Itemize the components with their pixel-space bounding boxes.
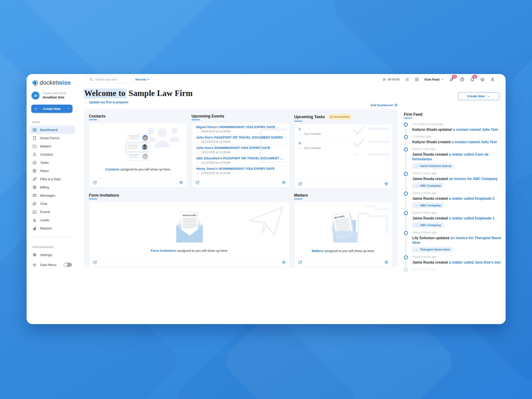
create-new-button[interactable]: + Create New <box>31 105 72 113</box>
create-new-button-top[interactable]: Create New <box>458 92 500 100</box>
upcoming-events-widget: Upcoming Events Miguel Perez's NONIMMIGR… <box>191 114 290 189</box>
event-link[interactable]: Miguel Perez's NONIMMIGRANT VISA EXPIRY … <box>196 125 285 129</box>
feed-object-link[interactable]: a matter called Jane Doe's son <box>449 260 500 264</box>
quick-add-icon[interactable] <box>415 77 419 82</box>
feed-object-link[interactable]: a matter called Empleado 2 <box>449 197 494 200</box>
external-link-icon[interactable] <box>298 182 302 186</box>
feed-entry-faded: About 2 hours ago <box>404 267 501 274</box>
form-invitations-widget: Form Invitations INVITATION <box>89 193 290 267</box>
feed-tag-label: ABC Company <box>420 204 441 207</box>
feed-tag-chip[interactable]: →Therapist Name Here <box>412 247 453 252</box>
upcoming-tasks-widget: Upcoming Tasks (2 Incomplete) 1 →Jay Exa… <box>294 114 393 189</box>
move-widget-icon[interactable] <box>384 260 389 265</box>
feed-tag-chip[interactable]: →ABC Company <box>412 203 443 208</box>
recents-dropdown[interactable]: Recents <box>135 78 149 81</box>
feed-tag-label: Carol Cisneros Garcia <box>420 164 451 168</box>
event-date: 09/09/2025 at 12:00AM <box>201 130 231 133</box>
profile-icon[interactable] <box>490 77 495 82</box>
sidebar-item-leads[interactable]: Leads <box>29 216 75 224</box>
feed-actor: Jaime Rueda created <box>412 197 448 200</box>
sidebar-item-notes[interactable]: Notes <box>29 167 75 175</box>
feed-tag-chip[interactable]: →Carol Cisneros Garcia <box>412 163 454 169</box>
matters-illustration: MATTERS <box>322 210 364 244</box>
feed-actor: Katlynn Shade updated <box>412 128 452 132</box>
sidebar-item-reports[interactable]: Reports <box>29 224 75 232</box>
move-widget-icon[interactable] <box>179 180 183 185</box>
whats-new-rocket-icon[interactable]: 33 <box>450 77 454 82</box>
timeline-dot <box>404 147 408 151</box>
user-profile: JD *YOUR USER ROLE* Jonathan Doe <box>32 92 78 100</box>
move-widget-icon[interactable] <box>282 180 286 185</box>
feed-object-link[interactable]: a contact named Julia Test <box>453 128 498 132</box>
calendar-icon <box>32 210 37 214</box>
event-link[interactable]: ABC Education's PASSPORT OR TRAVEL DOCUM… <box>196 157 285 160</box>
move-widget-icon[interactable] <box>282 260 286 265</box>
external-link-icon[interactable] <box>93 260 97 265</box>
sidebar-item-dashboard[interactable]: Dashboard <box>29 126 75 134</box>
edit-dashboard-link[interactable]: Edit Dashboard <box>84 103 398 107</box>
phone-ring-icon[interactable] <box>480 77 485 82</box>
sidebar-item-events[interactable]: Events <box>29 208 75 216</box>
event-link[interactable]: John Doe's PASSPORT OR TRAVEL DOCUMENT E… <box>196 136 285 139</box>
envelope-icon <box>32 193 37 198</box>
feed-entry: Less than a minute ago Katlynn Shade upd… <box>404 122 501 135</box>
notifications-bell-icon[interactable]: 15 <box>470 77 475 82</box>
widget-title: Form Invitations <box>89 193 290 198</box>
external-link-icon[interactable] <box>298 260 302 265</box>
event-row: Miguel Perez's NONIMMIGRANT VISA EXPIRY … <box>192 123 290 134</box>
timer-widget[interactable]: 00:00:00 <box>382 78 400 81</box>
title-underline <box>191 120 200 120</box>
feed-object-link[interactable]: a matter called Empleado 1 <box>449 216 494 220</box>
search-input[interactable]: Search your firm Recents <box>86 76 152 83</box>
flame-icon <box>32 218 37 222</box>
feed-timestamp: Less than a minute ago <box>412 122 501 126</box>
widget-title: Upcoming Tasks (2 Incomplete) <box>294 114 393 120</box>
arrow-icon: → <box>196 171 199 175</box>
event-row: ABC Education's PASSPORT OR TRAVEL DOCUM… <box>192 155 290 166</box>
contacts-link[interactable]: Contacts <box>105 167 120 171</box>
play-icon <box>382 78 386 81</box>
feed-selector-dropdown[interactable]: Firm Feed <box>424 78 444 81</box>
arrow-icon: → <box>196 140 199 143</box>
dark-menu-toggle[interactable] <box>64 263 72 267</box>
feed-tag-chip[interactable]: →ABC Company <box>412 222 443 228</box>
matters-link[interactable]: Matters <box>312 249 323 253</box>
task-link[interactable]: 5 <box>299 141 388 145</box>
help-icon[interactable] <box>460 77 464 82</box>
form-invitations-link[interactable]: Form invitations <box>151 249 177 253</box>
feed-object-link[interactable]: a contact named Julia Test <box>452 140 497 144</box>
external-link-icon[interactable] <box>196 180 200 185</box>
event-link[interactable]: Henry Jones's NONIMMIGRANT VISA EXPIRY D… <box>196 167 285 171</box>
widget-footer <box>192 177 290 187</box>
task-list-icon[interactable] <box>405 77 409 82</box>
move-widget-icon[interactable] <box>384 182 389 186</box>
timeline-dot <box>404 135 408 139</box>
sidebar-nav: Dashboard Smart Forms Matters Contacts T… <box>27 126 78 232</box>
sidebar-item-matters[interactable]: Matters <box>29 142 75 150</box>
external-link-icon[interactable] <box>93 180 97 185</box>
sidebar-item-smart-forms[interactable]: Smart Forms <box>29 134 75 142</box>
sidebar-item-tasks[interactable]: Tasks <box>29 158 75 167</box>
title-underline <box>404 118 412 118</box>
timeline-dot <box>404 255 408 259</box>
feed-object-link[interactable]: an invoice for ABC Company <box>449 177 498 181</box>
feed-actor: Jaime Rueda created <box>412 216 448 220</box>
feed-entry: 2 minutes ago Katlynn Shade createda con… <box>404 135 501 147</box>
sidebar-item-messages[interactable]: Messages <box>29 191 75 200</box>
check-circle-icon <box>32 160 37 165</box>
sidebar-item-chat[interactable]: Chat <box>29 200 75 208</box>
sidebar-item-contacts[interactable]: Contacts <box>29 150 75 158</box>
avatar: JD <box>32 92 39 100</box>
sidebar-item-billing[interactable]: Billing <box>29 183 75 191</box>
feed-tag-chip[interactable]: →ABC Company <box>412 183 443 188</box>
dashboard-widgets-panel: Contacts <box>84 109 398 267</box>
event-link[interactable]: John Doe's NONIMMIGRANT VISA EXPIRY DATE <box>196 146 285 150</box>
sidebar-item-label: Smart Forms <box>40 136 59 140</box>
sidebar-item-label: Notes <box>40 169 49 173</box>
sidebar-item-label: Files & e-Sign <box>40 177 61 181</box>
rocket-badge: 33 <box>452 75 457 78</box>
firm-feed-panel: Firm Feed Less than a minute ago Katlynn… <box>404 112 501 274</box>
task-link[interactable]: 1 <box>299 127 388 131</box>
sidebar-item-files-esign[interactable]: Files & e-Sign <box>29 175 75 183</box>
sidebar-item-settings[interactable]: Settings <box>29 251 75 259</box>
